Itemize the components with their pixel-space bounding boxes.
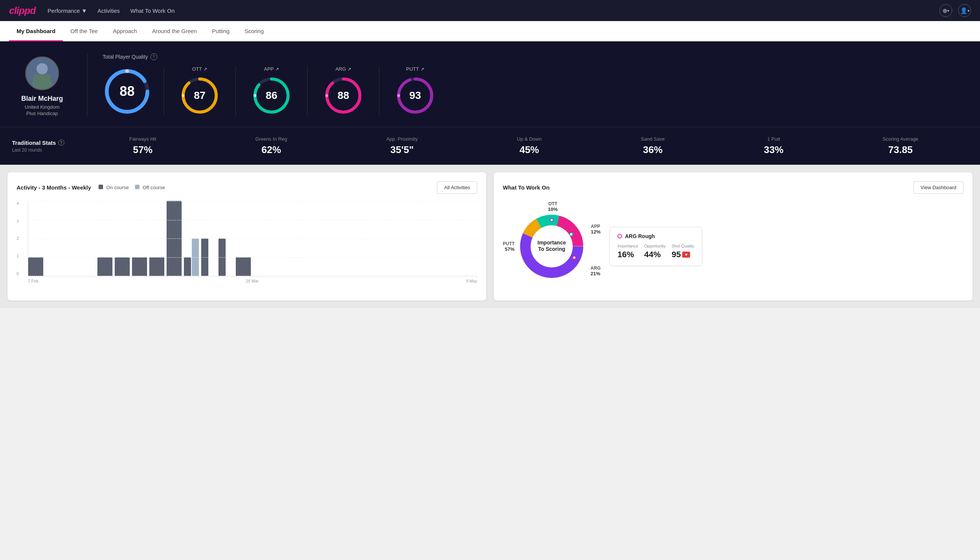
svg-point-12 xyxy=(253,94,256,97)
all-activities-button[interactable]: All Activities xyxy=(437,181,477,194)
activity-panel: Activity - 3 Months - Weekly On course O… xyxy=(8,172,486,300)
shot-quality-metric: Shot Quality 95 ▼ xyxy=(672,244,694,260)
activity-panel-title: Activity - 3 Months - Weekly xyxy=(17,184,91,191)
chevron-down-icon: ▼ xyxy=(81,8,87,14)
putt-donut-label: PUTT 57% xyxy=(503,241,514,252)
putt-score-card: PUTT ↗ 93 xyxy=(379,66,451,116)
putt-ring: 93 xyxy=(394,75,436,116)
arg-score-card: ARG ↗ 88 xyxy=(308,66,379,116)
player-name: Blair McHarg xyxy=(21,95,63,103)
off-course-legend-label: Off course xyxy=(143,185,165,190)
wtwo-header: What To Work On View Dashboard xyxy=(503,181,963,194)
bar-group-12 xyxy=(218,238,233,276)
brand-logo[interactable]: clippd xyxy=(9,5,36,17)
stat-items: Fairways Hit 57% Greens In Reg 62% App. … xyxy=(80,136,968,156)
tab-off-the-tee[interactable]: Off the Tee xyxy=(63,21,105,42)
bar-on-12 xyxy=(218,238,226,276)
svg-point-6 xyxy=(125,69,129,73)
arg-donut-label: ARG 21% xyxy=(591,265,601,277)
ott-ring: 87 xyxy=(179,75,220,116)
on-course-legend-dot xyxy=(98,185,103,189)
nav-performance[interactable]: Performance ▼ xyxy=(48,8,87,14)
ott-value: 87 xyxy=(194,90,205,102)
svg-point-18 xyxy=(397,94,400,97)
activity-panel-header: Activity - 3 Months - Weekly On course O… xyxy=(17,181,477,194)
bar-group-8 xyxy=(149,257,164,276)
svg-rect-3 xyxy=(33,75,51,89)
y-label-2: 2 xyxy=(17,236,19,241)
ott-label: OTT ↗ xyxy=(192,66,207,72)
on-course-legend-label: On course xyxy=(106,185,129,190)
scores-area: Total Player Quality ? 88 OTT xyxy=(103,53,968,116)
putt-value: 93 xyxy=(409,90,421,102)
tab-approach[interactable]: Approach xyxy=(105,21,145,42)
stats-row: Traditional Stats ? Last 20 rounds Fairw… xyxy=(0,127,980,165)
info-metrics: Importance 16% Opportunity 44% Shot Qual… xyxy=(617,244,694,260)
tab-my-dashboard[interactable]: My Dashboard xyxy=(9,21,63,42)
nav-activities[interactable]: Activities xyxy=(97,8,120,14)
bar-on-7 xyxy=(132,257,147,276)
app-donut-label: APP 12% xyxy=(591,224,601,235)
stat-fairways-hit: Fairways Hit 57% xyxy=(129,136,156,156)
user-button[interactable]: 👤 ▾ xyxy=(958,4,971,17)
chart-x-labels: 7 Feb 28 Mar 9 May xyxy=(17,279,477,283)
app-ring: 86 xyxy=(251,75,292,116)
svg-point-1 xyxy=(37,63,48,75)
tab-putting[interactable]: Putting xyxy=(205,21,237,42)
bar-on-5 xyxy=(97,257,112,276)
help-icon[interactable]: ? xyxy=(58,140,64,145)
stat-scoring-average: Scoring Average 73.85 xyxy=(883,136,918,156)
y-label-1: 1 xyxy=(17,254,19,258)
player-country: United Kingdom xyxy=(25,104,60,110)
arrow-icon: ↗ xyxy=(203,67,207,72)
bar-group-6 xyxy=(115,257,130,276)
putt-label: PUTT ↗ xyxy=(406,66,424,72)
bar-on-10 xyxy=(184,257,191,276)
bar-on-8 xyxy=(149,257,164,276)
stats-title: Traditional Stats ? xyxy=(12,140,80,146)
bar-chart xyxy=(28,201,477,277)
svg-text:To Scoring: To Scoring xyxy=(538,246,565,252)
what-to-work-on-panel: What To Work On View Dashboard OTT 10% A… xyxy=(494,172,972,300)
svg-text:Importance: Importance xyxy=(537,240,566,246)
x-label-mar: 28 Mar xyxy=(246,279,258,283)
bar-on-1 xyxy=(28,257,43,276)
x-label-feb: 7 Feb xyxy=(28,279,38,283)
chevron-down-icon: ▾ xyxy=(968,8,970,13)
off-course-legend-dot xyxy=(135,185,140,189)
bar-on-6 xyxy=(115,257,130,276)
stats-label-area: Traditional Stats ? Last 20 rounds xyxy=(12,140,80,153)
arrow-icon: ↗ xyxy=(421,67,424,72)
bar-on-13 xyxy=(236,257,251,276)
tab-around-the-green[interactable]: Around the Green xyxy=(145,21,204,42)
arrow-icon: ↗ xyxy=(275,67,279,72)
bar-on-9 xyxy=(166,201,181,276)
add-button[interactable]: ⊕ ▾ xyxy=(939,4,952,17)
chevron-down-icon: ▾ xyxy=(947,8,949,13)
svg-point-15 xyxy=(325,94,328,97)
top-nav: clippd Performance ▼ Activities What To … xyxy=(0,0,980,21)
y-label-3: 3 xyxy=(17,219,19,223)
plus-icon: ⊕ xyxy=(942,7,947,14)
player-handicap: Plus Handicap xyxy=(26,110,58,116)
stat-app-proximity: App. Proximity 35'5" xyxy=(386,136,418,156)
avatar xyxy=(25,57,59,90)
tab-scoring[interactable]: Scoring xyxy=(237,21,271,42)
user-icon: 👤 xyxy=(960,7,968,14)
svg-point-26 xyxy=(550,218,553,222)
nav-right: ⊕ ▾ 👤 ▾ xyxy=(939,4,971,17)
bar-group-9 xyxy=(166,201,181,276)
tpq-label: Total Player Quality ? xyxy=(103,53,968,60)
help-icon[interactable]: ? xyxy=(150,53,157,60)
app-score-card: APP ↗ 86 xyxy=(236,66,308,116)
donut-svg: Importance To Scoring xyxy=(514,209,589,284)
bar-on-11 xyxy=(201,238,208,276)
nav-what-to-work-on[interactable]: What To Work On xyxy=(130,8,175,14)
x-label-may: 9 May xyxy=(466,279,477,283)
divider xyxy=(87,53,88,116)
main-ring: 88 xyxy=(103,67,151,116)
view-dashboard-button[interactable]: View Dashboard xyxy=(913,181,963,194)
bar-group-11 xyxy=(201,238,216,276)
stat-sand-save: Sand Save 36% xyxy=(641,136,665,156)
main-score-value: 88 xyxy=(120,83,135,99)
